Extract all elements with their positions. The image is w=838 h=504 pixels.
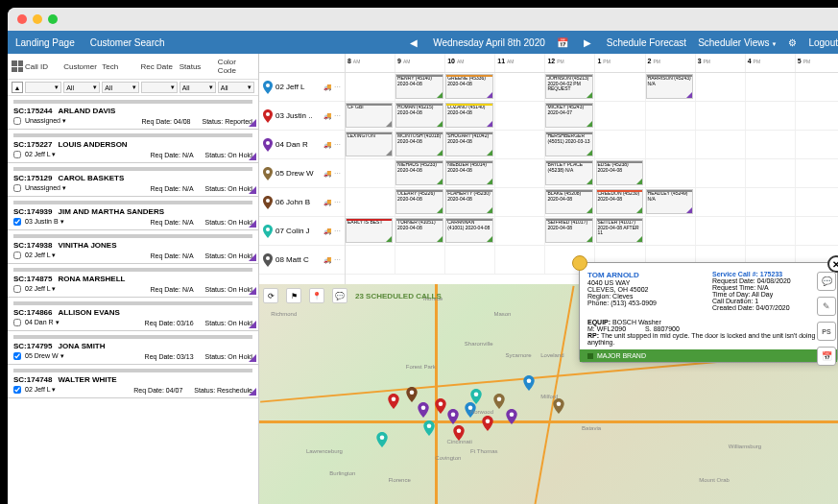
appointment[interactable]: SEITLER (41017) 2020-04-08 AFTER 11: [596, 218, 643, 243]
settings-gear-icon[interactable]: ⚙: [788, 37, 797, 48]
popup-calendar-icon[interactable]: 📅: [817, 347, 836, 366]
filter-color-code[interactable]: Color Code: [218, 58, 254, 75]
call-checkbox[interactable]: [13, 184, 21, 192]
call-checkbox[interactable]: [13, 252, 21, 259]
call-tech-dropdown[interactable]: Unassigned ▾: [25, 117, 66, 125]
map-chat-button[interactable]: 💬: [332, 288, 347, 303]
call-tech-dropdown[interactable]: 02 Jeff L ▾: [25, 252, 56, 259]
minimize-window-icon[interactable]: [33, 14, 42, 24]
tech-row[interactable]: 08 Matt C 🚚⋯: [259, 246, 345, 275]
more-icon[interactable]: ⋯: [334, 141, 341, 149]
map-layers-button[interactable]: 📍: [309, 288, 324, 303]
tech-row[interactable]: 06 John B 🚚⋯: [259, 188, 345, 217]
call-checkbox[interactable]: [13, 352, 21, 360]
appointment[interactable]: FLAHERTY (45230) 2020-04-08: [445, 189, 492, 214]
tech-row[interactable]: 02 Jeff L 🚚⋯: [259, 73, 345, 102]
appointment[interactable]: NIEBUER (45014) 2020-04-08: [445, 160, 492, 185]
map-marker[interactable]: [470, 389, 482, 404]
map-marker[interactable]: [523, 375, 535, 391]
appointment[interactable]: SHUGART (41042) 2020-04-08: [445, 132, 492, 156]
map-marker[interactable]: [553, 398, 564, 414]
maximize-window-icon[interactable]: [48, 14, 58, 24]
call-id-select[interactable]: ▾: [25, 82, 61, 93]
appointment[interactable]: BLAKE (45208) 2020-04-08: [545, 189, 592, 214]
scheduler-views-dropdown[interactable]: Scheduler Views: [698, 37, 777, 48]
map-refresh-button[interactable]: ⟳: [263, 288, 278, 303]
call-item[interactable]: SC:174866ALLISON EVANS 04 Dan R ▾ Req Da…: [8, 298, 258, 331]
truck-icon[interactable]: 🚚: [323, 112, 332, 120]
prev-day-button[interactable]: ◀: [406, 37, 421, 48]
call-tech-dropdown[interactable]: 02 Jeff L ▾: [25, 386, 56, 394]
more-icon[interactable]: ⋯: [334, 199, 341, 206]
call-item[interactable]: SC:175227LOUIS ANDERSON 02 Jeff L ▾ Req …: [8, 130, 258, 163]
appointment[interactable]: SEIFRIED (41017) 2020-04-08: [545, 218, 592, 243]
grid-toggle-icon[interactable]: [12, 60, 23, 72]
truck-icon[interactable]: 🚚: [323, 84, 332, 91]
map-marker[interactable]: [435, 398, 446, 414]
filter-rec-date[interactable]: Rec Date: [141, 62, 178, 71]
filter-icon[interactable]: ▲: [12, 82, 23, 93]
calendar-icon[interactable]: 📅: [557, 37, 568, 48]
color-select[interactable]: All▾: [218, 82, 254, 93]
map-marker[interactable]: [418, 402, 429, 418]
call-checkbox[interactable]: [13, 151, 21, 158]
appointment[interactable]: HOMAN (45215) 2020-04-08: [395, 103, 443, 128]
popup-sc-number[interactable]: 175233: [760, 271, 782, 277]
close-window-icon[interactable]: [17, 14, 27, 24]
popup-close-button[interactable]: ✕: [827, 255, 838, 273]
appointment[interactable]: TURNER (41051) 2020-04-08: [395, 218, 443, 243]
appointment[interactable]: CF GBI: [346, 103, 393, 128]
call-item[interactable]: SC:175129CAROL BASKETS Unassigned ▾ Req …: [8, 163, 258, 197]
appointment[interactable]: BAYLEY PLACE (45238) N/A: [545, 160, 592, 185]
popup-ps-icon[interactable]: PS: [817, 322, 836, 341]
call-checkbox[interactable]: [13, 117, 21, 125]
appointment[interactable]: HENRY (45140) 2020-04-08: [395, 74, 443, 99]
customer-search-link[interactable]: Customer Search: [90, 37, 165, 48]
call-item[interactable]: SC:175244ARLAND DAVIS Unassigned ▾ Req D…: [8, 96, 258, 130]
call-tech-dropdown[interactable]: 02 Jeff L ▾: [25, 285, 56, 293]
call-item[interactable]: SC:174938VINITHA JONES 02 Jeff L ▾ Req D…: [8, 230, 258, 264]
appointment[interactable]: HEADLEY (45249) N/A: [646, 189, 693, 214]
call-checkbox[interactable]: [13, 285, 21, 293]
tech-select[interactable]: All▾: [102, 82, 138, 93]
tech-row[interactable]: 04 Dan R 🚚⋯: [259, 131, 345, 159]
popup-edit-icon[interactable]: ✎: [817, 297, 836, 316]
truck-icon[interactable]: 🚚: [323, 228, 332, 235]
appointment[interactable]: MICKEY (45243) 2020-04-07: [545, 103, 592, 128]
map-marker[interactable]: [493, 394, 505, 409]
call-item[interactable]: SC:174939JIM AND MARTHA SANDERS 03 Justi…: [8, 197, 258, 230]
truck-icon[interactable]: 🚚: [323, 256, 332, 264]
date-select[interactable]: ▾: [141, 82, 178, 93]
appointment[interactable]: CARANNAN (41001) 2020-04-08: [445, 218, 492, 243]
schedule-forecast-link[interactable]: Schedule Forecast: [607, 37, 686, 48]
map-marker[interactable]: [506, 409, 517, 424]
tech-row[interactable]: 03 Justin .. 🚚⋯: [259, 102, 345, 131]
filter-customer[interactable]: Customer: [63, 62, 100, 71]
appointment[interactable]: JOHNSON (45213) 2020-04-02 PM REQUEST: [545, 74, 592, 99]
current-date[interactable]: Wednesday April 8th 2020: [433, 37, 545, 48]
appointment[interactable]: CREEDON (45230) 2020-04-08: [596, 189, 643, 214]
appointment[interactable]: LOZANO (45140) 2020-04-08: [445, 103, 492, 128]
next-day-button[interactable]: ▶: [580, 37, 595, 48]
customer-select[interactable]: All▾: [63, 82, 100, 93]
call-tech-dropdown[interactable]: 05 Drew W ▾: [25, 352, 64, 360]
map-marker[interactable]: [388, 394, 399, 409]
more-icon[interactable]: ⋯: [334, 256, 341, 264]
call-tech-dropdown[interactable]: 03 Justin B ▾: [25, 218, 64, 226]
truck-icon[interactable]: 🚚: [323, 199, 332, 206]
tech-row[interactable]: 07 Colin J 🚚⋯: [259, 217, 345, 246]
truck-icon[interactable]: 🚚: [323, 170, 332, 178]
tech-row[interactable]: 05 Drew W 🚚⋯: [259, 159, 345, 188]
call-item[interactable]: SC:174748WALTER WHITE 02 Jeff L ▾ Req Da…: [8, 365, 258, 398]
truck-icon[interactable]: 🚚: [323, 141, 332, 149]
popup-chat-icon[interactable]: 💬: [817, 272, 836, 291]
map-filter-button[interactable]: ⚑: [286, 288, 301, 303]
call-item[interactable]: SC:174795JONA SMITH 05 Drew W ▾ Req Date…: [8, 331, 258, 365]
call-checkbox[interactable]: [13, 218, 21, 226]
more-icon[interactable]: ⋯: [334, 84, 341, 91]
call-checkbox[interactable]: [13, 386, 21, 394]
call-item[interactable]: SC:174875RONA MARSHELL 02 Jeff L ▾ Req D…: [8, 264, 258, 298]
map-marker[interactable]: [406, 387, 418, 402]
filter-tech[interactable]: Tech: [102, 62, 138, 71]
appointment[interactable]: HERSHBERGER (45051) 2020-03-13: [545, 132, 592, 156]
